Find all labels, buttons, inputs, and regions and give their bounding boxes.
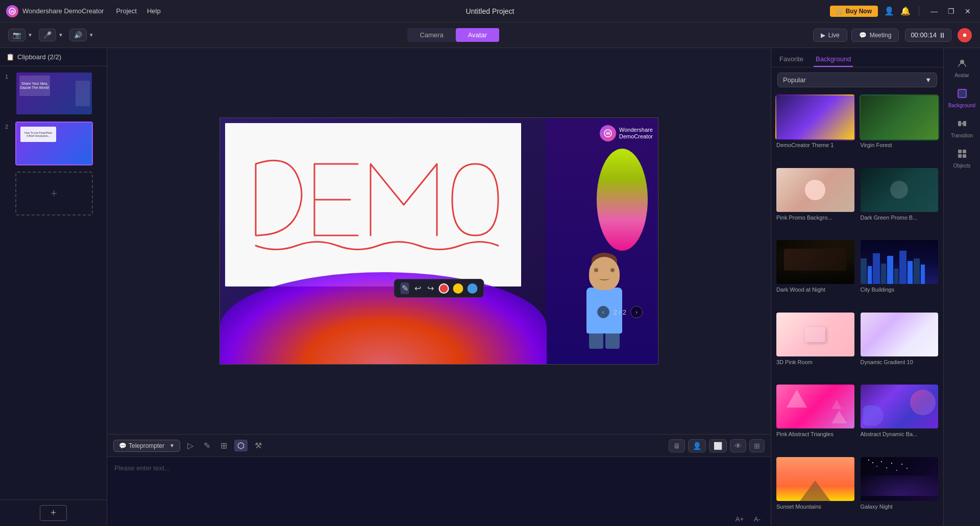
avatar-legs <box>589 333 620 349</box>
color-red-button[interactable] <box>439 283 449 294</box>
color-blue-button[interactable] <box>468 283 478 294</box>
bg-item-pink-promo[interactable]: Pink Promo Backgro... <box>775 167 855 235</box>
teleprompter-right-btn-5[interactable]: ⊞ <box>749 439 765 452</box>
tab-background[interactable]: Background <box>814 52 853 67</box>
audio-dropdown[interactable]: ▼ <box>89 32 94 38</box>
live-button[interactable]: ▶ Live <box>813 29 847 42</box>
filter-dropdown-icon: ▼ <box>925 76 932 84</box>
svg-text:W: W <box>11 9 15 14</box>
center-area: W Wondershare DemoCreator <box>107 48 771 526</box>
objects-icon <box>957 149 967 161</box>
bg-item-dynamic-gradient-10[interactable]: Dynamic Gradient 10 <box>860 312 940 380</box>
svg-rect-9 <box>963 121 966 126</box>
avatar-icon <box>957 58 967 71</box>
teleprompter-content[interactable]: Please enter text... <box>107 457 771 512</box>
teleprompter-tools-btn[interactable]: ⚒ <box>252 440 265 451</box>
notifications-button[interactable]: 🔔 <box>900 6 911 16</box>
bg-thumb-dark-wood: ♥ <box>775 239 855 285</box>
window-controls: — ❐ ✕ <box>927 6 974 16</box>
teleprompter-right-btn-3[interactable]: ⬜ <box>709 439 727 452</box>
list-item[interactable]: + <box>4 171 103 217</box>
bg-item-city-buildings[interactable]: City Buildings <box>860 239 940 307</box>
record-button[interactable]: ⏺ <box>958 28 972 42</box>
mic-button[interactable]: 🎤 <box>39 29 56 41</box>
timer-group: 00:00:14 ⏸ <box>905 29 951 42</box>
sidebar-item-background[interactable]: Background <box>947 84 977 112</box>
teleprompter-right-btn-4[interactable]: 👁 <box>730 439 746 452</box>
user-account-button[interactable]: 👤 <box>884 6 894 16</box>
bg-item-sunset[interactable]: Sunset Mountains <box>775 456 855 524</box>
teleprompter-edit-btn[interactable]: ✎ <box>201 440 213 451</box>
camera-mode-button[interactable]: Camera <box>407 28 455 42</box>
background-icon <box>957 88 967 101</box>
bg-item-dark-green-promo[interactable]: Dark Green Promo B... <box>860 167 940 235</box>
drawing-toolbar: ✎ ↩ ↪ <box>394 279 484 298</box>
clipboard-header: 📋 Clipboard (2/2) <box>0 48 107 66</box>
list-item[interactable]: 1 Share Your Idea,Dazzle The World! <box>4 70 103 116</box>
teleprompter-grid-btn[interactable]: ⊞ <box>217 440 230 451</box>
bg-item-dark-wood[interactable]: ♥ Dark Wood at Night <box>775 239 855 307</box>
main-content: 📋 Clipboard (2/2) 1 Share Your Idea,Dazz… <box>0 48 980 526</box>
avatar-head <box>589 257 620 290</box>
bg-item-pink-abstract-triangles[interactable]: Pink Abstract Triangles <box>775 384 855 452</box>
svg-rect-11 <box>963 150 966 153</box>
clip-thumbnail-1[interactable]: Share Your Idea,Dazzle The World! <box>15 71 93 115</box>
font-size-increase-button[interactable]: A+ <box>732 514 747 524</box>
add-clip-button[interactable]: + <box>15 172 93 216</box>
menu-item-help[interactable]: Help <box>147 7 161 15</box>
bg-item-3d-pink-room[interactable]: 3D Pink Room <box>775 312 855 380</box>
bg-item-democreator-theme-1[interactable]: DemoCreator Theme 1 <box>775 94 855 163</box>
avatar-mode-button[interactable]: Avatar <box>456 28 499 42</box>
draw-tool-redo[interactable]: ↪ <box>426 282 435 294</box>
teleprompter-draw-btn[interactable]: ⬡ <box>234 440 248 451</box>
bg-item-abstract-dynamic[interactable]: ♥ Abstract Dynamic Ba... <box>860 384 940 452</box>
toolbar-group-webcam: 📷 ▼ <box>8 29 33 41</box>
color-yellow-button[interactable] <box>453 283 463 294</box>
teleprompter-right-tools: 🖥 👤 ⬜ 👁 ⊞ <box>669 439 765 452</box>
audio-button[interactable]: 🔊 <box>69 29 87 41</box>
app-logo: W <box>6 5 18 17</box>
teleprompter-area: 💬 Teleprompter ▼ ▷ ✎ ⊞ ⬡ ⚒ 🖥 👤 ⬜ 👁 ⊞ <box>107 434 771 526</box>
bg-item-virgin-forest[interactable]: Virgin Forest <box>860 94 940 163</box>
sidebar-item-transition[interactable]: Transition <box>947 114 977 142</box>
teleprompter-right-btn-2[interactable]: 👤 <box>688 439 706 452</box>
filter-select[interactable]: Popular ▼ <box>777 73 937 87</box>
clip-thumbnail-2[interactable]: How To Use PowerPointA Brief Introductio… <box>15 122 93 165</box>
sidebar-item-objects[interactable]: Objects <box>947 145 977 173</box>
teleprompter-right-btn-1[interactable]: 🖥 <box>669 439 685 452</box>
bg-thumb-sunset <box>775 456 855 502</box>
add-scene-button[interactable]: + <box>40 505 67 521</box>
close-button[interactable]: ✕ <box>962 6 974 16</box>
clip-number-1: 1 <box>5 74 12 80</box>
timer-pause-button[interactable]: ⏸ <box>939 31 946 39</box>
buy-now-button[interactable]: 🛒 Buy Now <box>830 6 878 17</box>
bg-item-galaxy[interactable]: Galaxy Night <box>860 456 940 524</box>
font-size-decrease-button[interactable]: A- <box>751 514 764 524</box>
teleprompter-select[interactable]: 💬 Teleprompter ▼ <box>113 440 180 452</box>
teleprompter-play-btn[interactable]: ▷ <box>184 440 197 451</box>
draw-tool-pen[interactable]: ✎ <box>401 282 409 294</box>
page-prev-button[interactable]: ‹ <box>597 306 609 318</box>
bg-thumb-3d-pink-room <box>775 312 855 357</box>
sidebar-item-avatar[interactable]: Avatar <box>947 54 977 82</box>
clipboard-icon: 📋 <box>6 53 14 61</box>
right-panel: Favorite Background Popular ▼ DemoCreato… <box>771 48 980 526</box>
webcam-button[interactable]: 📷 <box>8 29 26 41</box>
menu-item-project[interactable]: Project <box>116 7 136 15</box>
mic-dropdown[interactable]: ▼ <box>58 32 63 38</box>
tab-favorite[interactable]: Favorite <box>777 52 805 67</box>
teleprompter-toolbar: 💬 Teleprompter ▼ ▷ ✎ ⊞ ⬡ ⚒ 🖥 👤 ⬜ 👁 ⊞ <box>107 435 771 457</box>
minimize-button[interactable]: — <box>927 6 941 16</box>
page-next-button[interactable]: › <box>630 306 643 318</box>
bg-label-pink-promo: Pink Promo Backgro... <box>775 214 855 221</box>
bg-label-abstract-dynamic: Abstract Dynamic Ba... <box>860 431 940 437</box>
titlebar-menu: Project Help <box>116 7 160 15</box>
bg-label-pink-abstract-triangles: Pink Abstract Triangles <box>775 431 855 437</box>
webcam-dropdown[interactable]: ▼ <box>28 32 33 38</box>
meeting-button[interactable]: 💬 Meeting <box>851 29 899 42</box>
maximize-button[interactable]: ❐ <box>945 6 958 16</box>
bg-thumb-dark-green-promo <box>860 167 940 213</box>
list-item[interactable]: 2 How To Use PowerPointA Brief Introduct… <box>4 121 103 166</box>
draw-tool-undo[interactable]: ↩ <box>413 282 422 294</box>
bg-label-city-buildings: City Buildings <box>860 286 940 293</box>
